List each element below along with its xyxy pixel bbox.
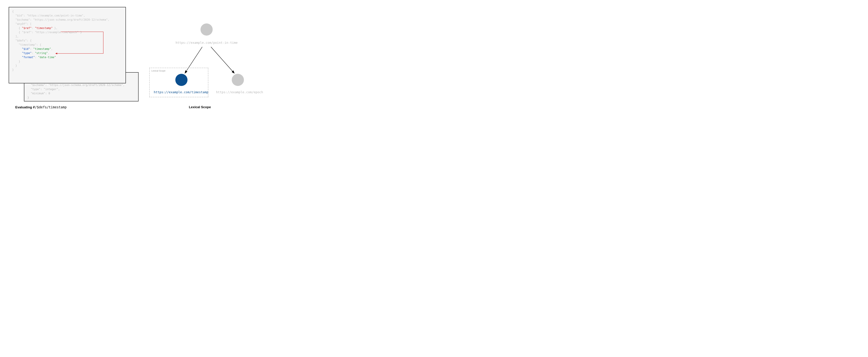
caption-lexical-scope: Lexical Scope [189, 105, 211, 109]
edge-right [211, 47, 235, 73]
diagram-canvas: { "$id": "https://example.com/point-in-t… [5, 5, 270, 112]
schema-code-main: { "$id": "https://example.com/point-in-t… [9, 7, 126, 83]
node-root [200, 24, 213, 36]
scope-graph: https://example.com/point-in-time Lexica… [146, 18, 267, 102]
label-epoch: https://example.com/epoch [214, 90, 265, 94]
caption-evaluating: Evaluating #/$defs/timestamp [15, 105, 67, 109]
label-root: https://example.com/point-in-time [174, 41, 240, 44]
label-timestamp: https://example.com/timestamp [152, 90, 210, 94]
scope-box-title: Lexical Scope [151, 69, 206, 72]
node-epoch [232, 74, 244, 86]
